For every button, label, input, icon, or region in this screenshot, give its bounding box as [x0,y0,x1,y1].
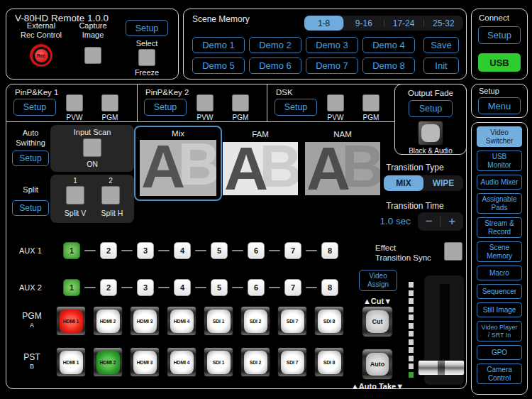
dsk-setup-button[interactable]: Setup [275,99,317,116]
pinp-key1-title: PinP&Key 1 [15,88,58,97]
pst-hdmi2-button[interactable]: HDMI 2 [93,347,123,377]
aux1-button-4[interactable]: 4 [174,242,191,259]
split-h-button[interactable] [101,186,120,204]
function-sidebar: VideoSwitcher USBMonitor Audio Mixer Ass… [471,122,528,395]
capture-image-button[interactable] [84,47,101,64]
sidebar-item-still-image[interactable]: Still Image [477,302,522,317]
aux1-button-7[interactable]: 7 [284,242,301,259]
input-scan-button[interactable] [83,138,101,157]
auto-switching-setup-button[interactable]: Setup [12,151,49,166]
pst-sdi1-button[interactable]: SDI 1 [204,347,233,377]
transition-mode-mix[interactable]: Mix B A [134,126,222,201]
menu-button[interactable]: Menu [478,97,521,114]
pinp-key1-setup-button[interactable]: Setup [13,99,56,116]
sidebar-item-gpo[interactable]: GPO [477,345,522,360]
pst-hdmi3-button[interactable]: HDMI 3 [130,347,160,377]
pinp-key2-pvw-button[interactable] [196,94,214,111]
sidebar-item-audio-mixer[interactable]: Audio Mixer [477,175,522,190]
scene-demo-3-button[interactable]: Demo 3 [306,37,358,53]
usb-connect-button[interactable]: USB [478,53,521,72]
aux2-button-8[interactable]: 8 [321,279,338,296]
output-fade-button[interactable] [418,121,443,146]
sidebar-item-video-switcher[interactable]: VideoSwitcher [477,126,522,147]
aux2-button-4[interactable]: 4 [174,279,191,296]
aux1-button-1[interactable]: 1 [63,242,80,259]
sidebar-item-assignable-pads[interactable]: AssignablePads [477,193,522,214]
scene-demo-6-button[interactable]: Demo 6 [249,58,301,74]
aux1-button-5[interactable]: 5 [211,242,228,259]
sidebar-item-scene-memory[interactable]: SceneMemory [477,241,522,262]
effect-sync-button[interactable] [444,242,462,261]
pinp-key2-setup-button[interactable]: Setup [144,99,187,116]
sidebar-item-video-player-srt[interactable]: Video Player/ SRT In [477,321,522,341]
video-assign-button[interactable]: Video Assign [359,270,397,291]
pgm-hdmi4-button[interactable]: HDMI 4 [167,306,196,336]
scene-demo-2-button[interactable]: Demo 2 [249,37,301,53]
pinp-key1-pgm-button[interactable] [101,94,118,111]
scene-init-button[interactable]: Init [423,58,459,74]
transition-type-wipe[interactable]: WIPE [423,175,463,191]
aux2-button-3[interactable]: 3 [137,279,154,296]
pst-sdi7-button[interactable]: SDI 7 [277,347,307,377]
pgm-sdi2-button[interactable]: SDI 2 [240,306,270,336]
pgm-sdi1-button[interactable]: SDI 1 [204,306,233,336]
aux2-button-1[interactable]: 1 [63,279,80,296]
scene-demo-1-button[interactable]: Demo 1 [192,37,245,53]
freeze-select-button[interactable] [138,49,155,66]
dsk-pgm-button[interactable] [362,94,379,111]
transition-mode-fam[interactable]: FAM B A [222,129,299,197]
aux-dash [195,250,206,252]
auto-button[interactable]: Auto [362,349,393,380]
aux1-button-8[interactable]: 8 [321,242,338,259]
sidebar-item-sequencer[interactable]: Sequencer [477,284,522,299]
connect-setup-button[interactable]: Setup [478,26,521,44]
sidebar-item-stream-record[interactable]: Stream &Record [477,217,522,238]
pst-hdmi4-button[interactable]: HDMI 4 [167,347,196,377]
split-setup-button[interactable]: Setup [12,200,49,216]
time-plus-button[interactable]: + [441,212,464,231]
aux2-button-5[interactable]: 5 [211,279,228,296]
scene-demo-5-button[interactable]: Demo 5 [192,58,245,74]
fader-handle-stripe [438,361,445,375]
aux2-button-2[interactable]: 2 [100,279,117,296]
output-fade-setup-button[interactable]: Setup [409,100,453,117]
aux1-button-2[interactable]: 2 [100,242,117,259]
aux1-button-3[interactable]: 3 [137,242,154,259]
fader-handle[interactable] [418,360,465,376]
sidebar-item-macro[interactable]: Macro [477,266,522,280]
scene-save-button[interactable]: Save [423,37,459,53]
split-v-button[interactable] [66,186,84,204]
pst-sdi2-button[interactable]: SDI 2 [240,347,270,377]
time-minus-button[interactable]: − [418,212,440,231]
aux-dash [269,287,280,289]
pst-hdmi1-button[interactable]: HDMI 1 [56,347,86,377]
rec-button[interactable]: Rec [30,44,52,67]
pgm-hdmi3-button[interactable]: HDMI 3 [130,306,160,336]
pinp-key1-pvw-button[interactable] [66,94,83,111]
pst-sdi8-button[interactable]: SDI 8 [314,347,344,377]
tab-9-16[interactable]: 9-16 [344,16,383,31]
tab-1-8[interactable]: 1-8 [304,16,343,31]
dsk-pvw-button[interactable] [327,94,344,111]
scene-demo-8-button[interactable]: Demo 8 [362,58,415,74]
pgm-hdmi2-button[interactable]: HDMI 2 [93,306,123,336]
pgm-hdmi1-button[interactable]: HDMI 1 [56,306,86,336]
aux2-button-7[interactable]: 7 [284,279,301,296]
sidebar-item-usb-monitor[interactable]: USBMonitor [477,151,522,171]
pgm-sdi8-button[interactable]: SDI 8 [314,306,344,336]
tab-25-32[interactable]: 25-32 [424,16,463,31]
keyer-divider [137,84,138,121]
sidebar-item-camera-control[interactable]: CameraControl [477,364,522,384]
scene-demo-7-button[interactable]: Demo 7 [306,58,358,74]
transition-type-mix[interactable]: MIX [384,175,423,191]
pinp-key2-pgm-button[interactable] [232,94,249,111]
aux1-button-6[interactable]: 6 [248,242,265,259]
scene-demo-4-button[interactable]: Demo 4 [362,37,415,53]
tab-17-24[interactable]: 17-24 [384,16,423,31]
aux2-row: 1 2 3 4 5 6 7 8 [63,279,338,296]
device-setup-button[interactable]: Setup [126,20,168,36]
pgm-sdi7-button[interactable]: SDI 7 [277,306,307,336]
cut-button[interactable]: Cut [362,306,393,337]
led-segment [409,298,414,304]
aux2-button-6[interactable]: 6 [248,279,265,296]
